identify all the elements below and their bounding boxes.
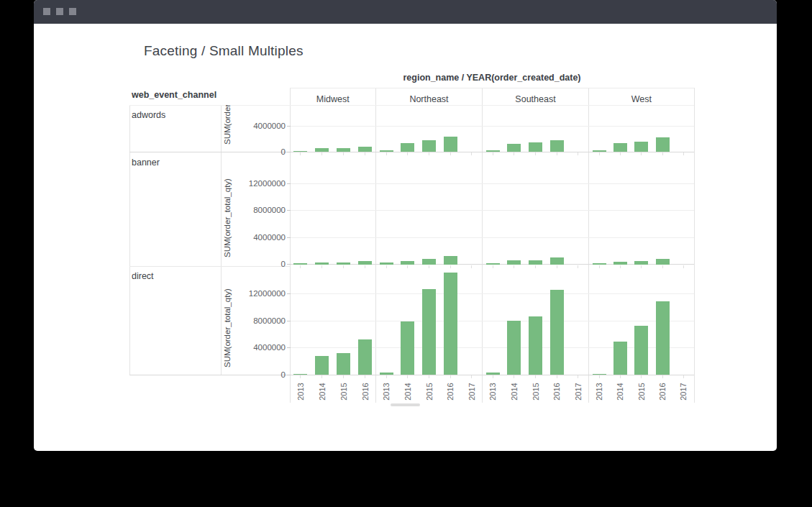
x-tick-mark xyxy=(429,265,429,268)
bar[interactable] xyxy=(337,262,350,264)
bar[interactable] xyxy=(444,273,457,375)
bar[interactable] xyxy=(337,353,350,375)
bar[interactable] xyxy=(507,260,521,265)
bar[interactable] xyxy=(422,140,436,152)
bar[interactable] xyxy=(315,148,329,152)
bar[interactable] xyxy=(380,262,393,264)
bar[interactable] xyxy=(315,356,329,375)
y-tick-label: 12000000 xyxy=(235,179,286,188)
x-tick-mark xyxy=(662,375,663,378)
bar[interactable] xyxy=(486,373,500,375)
bar[interactable] xyxy=(358,261,372,264)
x-tick-label: 2014 xyxy=(509,379,519,403)
x-tick-label: 2016 xyxy=(658,379,667,403)
bar[interactable] xyxy=(401,143,414,152)
x-tick-mark xyxy=(450,375,451,378)
column-header: Southeast xyxy=(483,94,589,104)
gridline xyxy=(290,293,694,294)
y-tick-mark xyxy=(287,264,291,265)
x-tick-mark xyxy=(300,375,301,378)
x-tick-mark xyxy=(641,375,642,378)
x-tick-mark xyxy=(599,375,600,378)
bar[interactable] xyxy=(507,321,521,375)
bar[interactable] xyxy=(593,374,606,375)
bar[interactable] xyxy=(486,150,500,152)
bar[interactable] xyxy=(444,256,457,265)
x-tick-label: 2015 xyxy=(424,379,434,403)
bar[interactable] xyxy=(634,261,648,264)
bar[interactable] xyxy=(401,321,414,375)
bar[interactable] xyxy=(550,257,564,264)
y-tick-mark xyxy=(287,152,291,152)
bar[interactable] xyxy=(358,339,372,375)
x-tick-label: 2013 xyxy=(382,379,391,403)
x-tick-mark xyxy=(557,152,557,155)
y-axis-title-clip: SUM(order_total_qty) xyxy=(222,105,234,145)
y-tick-mark xyxy=(287,375,291,375)
x-tick-mark xyxy=(493,265,493,268)
window-content: Faceting / Small Multiples region_name /… xyxy=(34,24,777,451)
y-tick-mark xyxy=(287,126,291,127)
bar[interactable] xyxy=(380,373,393,375)
bar[interactable] xyxy=(550,290,564,375)
x-tick-mark xyxy=(407,265,408,268)
bar[interactable] xyxy=(358,147,372,152)
bar[interactable] xyxy=(422,259,436,264)
x-tick-mark xyxy=(662,152,663,155)
bar[interactable] xyxy=(529,260,542,264)
x-tick-mark xyxy=(683,152,684,155)
panel-separator xyxy=(694,88,695,403)
y-tick-label: 0 xyxy=(235,147,286,156)
panel-separator xyxy=(482,88,483,403)
bar[interactable] xyxy=(634,142,648,152)
x-tick-mark xyxy=(620,375,621,378)
x-tick-label: 2017 xyxy=(679,379,688,403)
bar[interactable] xyxy=(293,263,307,265)
x-tick-mark xyxy=(514,265,514,268)
x-tick-label: 2016 xyxy=(446,379,455,403)
bar[interactable] xyxy=(293,374,307,375)
horizontal-scrollbar-thumb[interactable] xyxy=(391,403,420,406)
bar[interactable] xyxy=(613,143,627,152)
x-tick-mark xyxy=(471,152,472,155)
x-tick-mark xyxy=(321,375,322,378)
y-tick-mark xyxy=(287,237,291,238)
bar[interactable] xyxy=(315,262,329,265)
bar[interactable] xyxy=(486,263,500,265)
x-tick-mark xyxy=(300,265,301,268)
x-tick-mark xyxy=(321,152,322,155)
bar[interactable] xyxy=(337,148,350,152)
bar[interactable] xyxy=(593,263,606,265)
bar[interactable] xyxy=(529,142,542,152)
bar[interactable] xyxy=(656,301,670,375)
bar[interactable] xyxy=(401,261,414,265)
x-tick-mark xyxy=(365,152,365,155)
bar[interactable] xyxy=(422,289,436,375)
x-tick-mark xyxy=(641,265,642,268)
y-tick-mark xyxy=(287,183,291,184)
bar[interactable] xyxy=(613,342,627,375)
x-tick-label: 2014 xyxy=(403,379,412,403)
bar[interactable] xyxy=(444,137,457,152)
panel-separator xyxy=(290,88,291,403)
x-tick-mark xyxy=(300,152,301,155)
x-tick-mark xyxy=(471,265,472,268)
bar[interactable] xyxy=(380,150,393,152)
x-tick-mark xyxy=(386,265,387,268)
bar[interactable] xyxy=(656,259,670,265)
bar[interactable] xyxy=(550,140,564,152)
x-tick-label: 2015 xyxy=(637,379,646,403)
bar[interactable] xyxy=(656,137,670,152)
bar[interactable] xyxy=(613,262,627,264)
x-tick-mark xyxy=(641,152,642,155)
bar[interactable] xyxy=(634,326,648,375)
y-tick-label: 8000000 xyxy=(235,316,286,325)
x-tick-label: 2013 xyxy=(488,379,498,403)
bar[interactable] xyxy=(593,150,606,152)
x-tick-mark xyxy=(343,152,344,155)
bar[interactable] xyxy=(293,151,307,152)
x-tick-mark xyxy=(557,375,557,378)
gridline xyxy=(290,210,694,211)
bar[interactable] xyxy=(507,144,521,152)
bar[interactable] xyxy=(529,316,542,375)
